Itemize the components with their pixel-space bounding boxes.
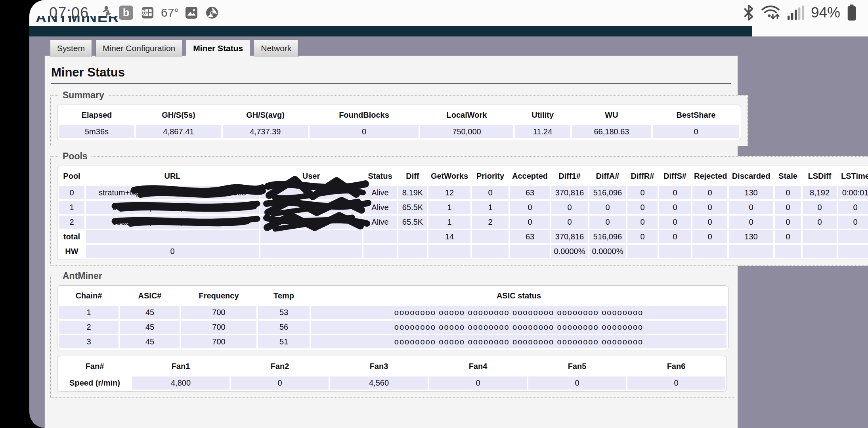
column-header: Rejected [692, 168, 727, 185]
table-cell: 0 [653, 125, 739, 138]
clock: 07:06 [49, 4, 89, 21]
column-header: Fan3 [330, 358, 428, 375]
table-cell: 700 [181, 306, 256, 319]
table-cell: oooooooo ooooo oooooooo oooooooo ooooooo… [311, 335, 727, 348]
person-icon [99, 6, 113, 20]
tab-system[interactable]: System [50, 40, 92, 57]
battery-percentage: 94% [811, 4, 840, 21]
table-cell: 4,560 [330, 376, 428, 390]
table-cell: 0 [692, 186, 727, 199]
column-header: GetWorks [428, 168, 470, 185]
table-cell [838, 245, 868, 258]
signal-icon [786, 5, 805, 21]
table-cell: 0 [692, 201, 727, 214]
table-cell: 0 [775, 201, 801, 214]
tab-miner-status[interactable]: Miner Status [186, 40, 250, 59]
table-cell: 0.0000% [589, 245, 626, 258]
table-cell: 0 [59, 186, 84, 199]
outlook-icon [140, 6, 155, 20]
page-title: Miner Status [51, 65, 738, 80]
column-header: Diff [398, 168, 427, 185]
table-cell [428, 245, 470, 258]
table-cell [775, 245, 801, 258]
table-cell: 66,180.63 [572, 125, 651, 138]
column-header: Accepted [510, 168, 550, 185]
table-cell [260, 216, 362, 229]
table-cell: stratum+tcp://stratum.slushpool.com:3333 [86, 186, 259, 199]
table-cell: 0 [803, 216, 837, 229]
table-cell: 0 [803, 201, 837, 214]
table-cell: 4,800 [132, 376, 229, 390]
table-cell [803, 245, 837, 258]
table-cell: Alive [363, 216, 397, 229]
table-cell: 1 [59, 306, 119, 319]
column-header: Fan6 [627, 358, 725, 375]
table-cell: 45 [120, 335, 180, 348]
table-cell: 130 [729, 230, 773, 243]
column-header: LSDiff [803, 168, 837, 185]
table-cell: 1 [428, 216, 470, 229]
table-cell: 0 [659, 216, 691, 229]
tab-network[interactable]: Network [254, 40, 298, 57]
bing-icon: b [119, 6, 133, 20]
table-cell [363, 245, 397, 258]
table-cell: stratum+tcp://btc.f2pool.com:3333 [86, 201, 259, 214]
column-header: DiffS# [659, 168, 691, 185]
table-cell: 0 [775, 230, 801, 243]
table-cell: 0 [838, 201, 868, 214]
table-cell [659, 245, 691, 258]
antminer-section: AntMiner Chain#ASIC#FrequencyTempASIC st… [50, 271, 735, 397]
pools-legend: Pools [59, 151, 91, 162]
table-cell: 0 [231, 376, 329, 390]
status-bar: 07:06 b 67° 94% [29, 0, 868, 25]
table-cell: 0 [692, 216, 727, 229]
table-cell: 2 [59, 216, 84, 229]
table-cell: 0 [510, 216, 550, 229]
table-cell: 4,867.41 [136, 125, 221, 138]
table-cell: 63 [510, 186, 550, 199]
table-cell: 0 [551, 216, 588, 229]
table-cell: 1 [428, 201, 470, 214]
table-cell: 0 [729, 201, 773, 214]
chains-table: Chain#ASIC#FrequencyTempASIC status14570… [57, 285, 728, 350]
table-cell: 0 [510, 201, 550, 214]
phone-screen: ANTMINER 07:06 b 67° [29, 0, 868, 428]
table-cell: 370,816 [551, 186, 588, 199]
table-cell [86, 230, 259, 243]
table-row: HW00.0000%0.0000% [59, 245, 868, 258]
table-cell [472, 230, 509, 243]
column-header: DiffA# [589, 168, 626, 185]
table-row: 24570056oooooooo ooooo oooooooo oooooooo… [59, 321, 727, 334]
table-cell: 0 [589, 216, 626, 229]
fans-table: Fan#Fan1Fan2Fan3Fan4Fan5Fan6Speed (r/min… [57, 356, 727, 392]
table-cell: 0 [528, 376, 626, 390]
column-header: LocalWork [420, 107, 513, 124]
column-header: URL [86, 168, 259, 185]
table-cell: 8,192 [803, 186, 837, 199]
table-cell: 0 [627, 186, 658, 199]
row-header: HW [59, 245, 84, 258]
table-row: 34570051oooooooo ooooo oooooooo oooooooo… [59, 335, 727, 348]
table-cell: 0 [692, 230, 727, 243]
table-cell: 0 [775, 186, 801, 199]
table-cell: 0 [627, 216, 658, 229]
table-cell [260, 230, 362, 243]
column-header: Diff1# [551, 168, 588, 185]
column-header: ASIC status [311, 287, 727, 304]
table-cell: 8.19K [398, 186, 427, 199]
table-cell: 0 [627, 376, 725, 390]
table-cell: 0 [589, 201, 626, 214]
table-row: 1stratum+tcp://btc.f2pool.com:3333Alive6… [59, 201, 868, 214]
column-header: WU [572, 107, 651, 124]
summary-table: ElapsedGH/S(5s)GH/S(avg)FoundBlocksLocal… [57, 105, 741, 140]
tab-miner-configuration[interactable]: Miner Configuration [96, 40, 182, 57]
table-cell [260, 201, 362, 214]
column-header: GH/S(avg) [223, 107, 308, 124]
column-header: Fan5 [528, 358, 626, 375]
table-cell: 750,000 [420, 125, 513, 138]
table-cell: 0:00:01 [838, 186, 868, 199]
nav-teal-bar [29, 26, 752, 36]
table-cell: Alive [363, 186, 397, 199]
table-cell: Alive [363, 201, 397, 214]
summary-legend: Summary [59, 90, 107, 101]
